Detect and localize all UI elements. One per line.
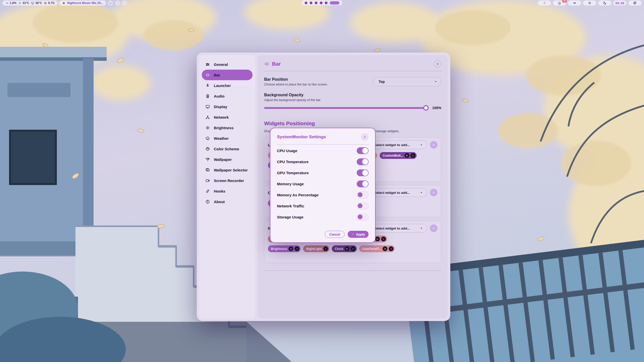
toggle-row-gpu-temperature: GPU Temperature xyxy=(277,167,369,178)
chip-remove-button[interactable] xyxy=(381,237,386,241)
x-icon xyxy=(296,247,299,250)
sidebar-item-audio[interactable]: Audio xyxy=(202,91,253,101)
toggle-switch[interactable] xyxy=(357,203,369,209)
workspace-active[interactable] xyxy=(330,1,339,5)
chevron-down-icon xyxy=(434,80,437,83)
gesture-module[interactable] xyxy=(538,1,551,6)
add-widget-dropdown[interactable]: Select widget to add... xyxy=(369,188,427,197)
toggle-label: GPU Temperature xyxy=(277,171,309,175)
widget-chip[interactable]: SidePanelT... xyxy=(359,245,395,252)
moon-slash-module[interactable] xyxy=(598,1,611,6)
workspace-dot[interactable] xyxy=(315,2,317,4)
sidebar-item-label: Brightness xyxy=(214,126,233,130)
background-opacity-slider[interactable] xyxy=(264,107,428,109)
sidebar-item-display[interactable]: Display xyxy=(202,101,253,112)
sidebar-item-brightness[interactable]: Brightness xyxy=(202,122,253,133)
add-widget-button[interactable] xyxy=(430,224,437,232)
apply-button[interactable]: Apply xyxy=(348,231,369,238)
chip-settings-button[interactable] xyxy=(289,246,293,251)
background-opacity-label: Background Opacity xyxy=(264,93,441,97)
chip-remove-button[interactable] xyxy=(323,246,328,251)
sidebar-item-hooks[interactable]: Hooks xyxy=(202,186,253,196)
widgets-positioning-title: Widgets Positioning xyxy=(264,120,441,126)
cancel-button[interactable]: Cancel xyxy=(325,231,345,238)
background-opacity-block: Background Opacity Adjust the background… xyxy=(264,93,441,110)
dialog-title: SystemMonitor Settings xyxy=(277,134,326,140)
widget-chip[interactable]: Brightness xyxy=(268,245,301,252)
sidebar-item-color-scheme[interactable]: Color Scheme xyxy=(202,144,253,154)
sun-icon xyxy=(205,125,210,130)
stat-item: 38°C xyxy=(31,1,42,5)
workspace-dot[interactable] xyxy=(305,2,307,4)
chip-remove-button[interactable] xyxy=(389,246,393,251)
dashboard-module[interactable] xyxy=(628,1,641,6)
sidebar-item-launcher[interactable]: Launcher xyxy=(202,80,253,91)
system-stats-widget[interactable]: 1.8% 43°C 38°C 9.7G xyxy=(3,1,57,6)
chip-remove-button[interactable] xyxy=(295,246,299,251)
chip-settings-button[interactable] xyxy=(383,246,387,251)
network-icon xyxy=(205,115,210,120)
sidebar-item-general[interactable]: General xyxy=(202,59,253,70)
heart-icon: ♡ xyxy=(123,2,126,5)
chip-settings-button[interactable] xyxy=(375,237,380,241)
sidebar-item-weather[interactable]: Weather xyxy=(202,133,253,144)
add-widget-dropdown[interactable]: Select widget to add... xyxy=(369,224,427,233)
heart-button[interactable]: ♡ xyxy=(122,1,127,6)
chip-settings-button[interactable] xyxy=(405,153,409,158)
bell-module[interactable]: 10 xyxy=(553,1,566,6)
sidebar-item-bar[interactable]: Bar xyxy=(202,70,253,80)
workspace-dot[interactable] xyxy=(320,2,323,4)
plus-icon xyxy=(432,226,436,230)
toggle-label: Network Traffic xyxy=(277,204,304,208)
sidebar-item-wallpaper-selector[interactable]: Wallpaper Selector xyxy=(202,165,253,175)
dashboard-icon xyxy=(633,1,637,5)
gear-icon xyxy=(384,247,387,250)
chip-remove-button[interactable] xyxy=(351,246,355,251)
sidebar-item-label: Weather xyxy=(214,136,229,141)
sidebar-item-screen-recorder[interactable]: Screen Recorder xyxy=(202,175,253,186)
toggle-switch[interactable] xyxy=(357,158,369,165)
add-widget-dropdown[interactable]: Select widget to add... xyxy=(369,141,427,149)
sidebar-item-label: About xyxy=(214,200,225,204)
quick-buttons: ☠ ♡ ♡ xyxy=(108,1,127,6)
widget-chip[interactable]: Clock xyxy=(332,245,357,252)
stat-value: 38°C xyxy=(35,1,42,5)
x-icon xyxy=(382,238,385,241)
toggle-switch[interactable] xyxy=(357,180,369,187)
sun-module[interactable] xyxy=(583,1,596,6)
bar-position-dropdown[interactable]: Top xyxy=(373,77,441,86)
add-widget-button[interactable] xyxy=(430,141,437,149)
close-icon xyxy=(363,135,367,139)
media-widget[interactable]: Nightcore Music Mix 20... xyxy=(59,1,106,6)
toggle-switch[interactable] xyxy=(357,214,369,220)
toggle-knob xyxy=(358,203,363,208)
dialog-close-button[interactable] xyxy=(361,133,369,141)
sidebar-item-about[interactable]: About xyxy=(202,196,253,207)
slider-handle[interactable] xyxy=(423,105,429,111)
toggle-switch[interactable] xyxy=(357,147,369,154)
volume-icon xyxy=(573,1,576,5)
toggle-label: Memory Usage xyxy=(277,182,304,186)
window-close-button[interactable] xyxy=(434,60,441,68)
clock-widget[interactable]: 00:28 xyxy=(613,1,626,6)
widget-chip[interactable]: NightLight xyxy=(303,245,329,252)
workspace-dot[interactable] xyxy=(325,2,328,4)
chip-remove-button[interactable] xyxy=(411,153,415,158)
stat-item: 1.8% xyxy=(5,1,16,5)
toggle-switch[interactable] xyxy=(357,192,369,198)
chip-settings-button[interactable] xyxy=(345,246,349,251)
apply-label: Apply xyxy=(356,233,365,236)
sun-icon xyxy=(588,1,591,5)
heart-button[interactable]: ♡ xyxy=(115,1,120,6)
widget-chip[interactable]: CustomButt... xyxy=(380,152,417,159)
toggle-knob xyxy=(358,214,363,219)
workspaces-widget[interactable] xyxy=(302,0,342,5)
toggle-switch[interactable] xyxy=(357,169,369,176)
add-widget-button[interactable] xyxy=(430,189,437,196)
bar-position-description: Choose where to place the bar on the scr… xyxy=(264,83,328,86)
workspace-dot[interactable] xyxy=(310,2,312,4)
sidebar-item-network[interactable]: Network xyxy=(202,112,253,122)
skull-button[interactable]: ☠ xyxy=(108,1,113,6)
volume-module[interactable] xyxy=(568,1,581,6)
sidebar-item-wallpaper[interactable]: Wallpaper xyxy=(202,154,253,165)
